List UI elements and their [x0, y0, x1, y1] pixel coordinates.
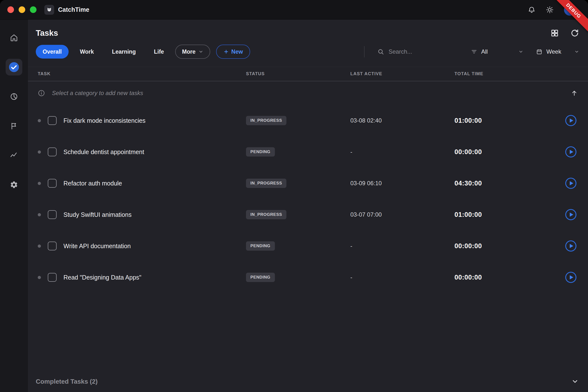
status-badge: IN_PROGRESS	[246, 116, 286, 125]
app-title: CatchTime	[58, 6, 89, 13]
drag-dot-icon	[38, 119, 41, 122]
sidebar-item-settings[interactable]	[6, 176, 22, 193]
last-active-value: -	[350, 148, 454, 155]
category-tab[interactable]: Learning	[105, 45, 142, 58]
table-row: Fix dark mode inconsistencies IN_PROGRES…	[28, 105, 588, 136]
tab-label: Learning	[112, 48, 136, 55]
total-time-value: 00:00:00	[454, 242, 562, 250]
expand-completed-button[interactable]	[571, 378, 579, 385]
grid-icon	[550, 29, 559, 38]
drag-dot-icon	[38, 276, 41, 279]
status-filter-dropdown[interactable]: All	[471, 48, 523, 55]
period-value: Week	[546, 48, 561, 55]
last-active-value: 03-07 07:00	[350, 211, 454, 218]
column-status: STATUS	[246, 71, 350, 76]
task-checkbox[interactable]	[48, 179, 56, 188]
play-icon	[565, 178, 577, 189]
chevron-down-icon	[571, 378, 579, 385]
flag-icon	[10, 122, 18, 130]
theme-toggle-button[interactable]	[546, 6, 554, 14]
task-title: Study SwiftUI animations	[64, 211, 132, 218]
sun-icon	[546, 6, 554, 14]
hint-row: Select a category to add new tasks	[28, 81, 588, 105]
app-window: CatchTime DEBUG	[0, 0, 588, 392]
pie-chart-icon	[10, 92, 18, 101]
table-row: Study SwiftUI animations IN_PROGRESS 03-…	[28, 199, 588, 230]
task-title: Read "Designing Data Apps"	[64, 274, 141, 281]
category-tab[interactable]: Life	[147, 45, 171, 58]
task-list: Fix dark mode inconsistencies IN_PROGRES…	[28, 105, 588, 293]
status-badge: IN_PROGRESS	[246, 178, 286, 188]
task-checkbox[interactable]	[48, 242, 56, 250]
total-time-value: 01:00:00	[454, 117, 562, 124]
column-total-time: TOTAL TIME	[454, 71, 562, 76]
column-task: TASK	[36, 71, 246, 76]
play-button[interactable]	[565, 240, 577, 252]
task-title: Fix dark mode inconsistencies	[64, 117, 146, 124]
new-task-button[interactable]: New	[216, 44, 250, 59]
arrow-up-icon	[571, 90, 578, 96]
sidebar-item-reports[interactable]	[6, 88, 22, 105]
sidebar-item-activity[interactable]	[6, 147, 22, 164]
sidebar-item-goals[interactable]	[6, 118, 22, 134]
task-checkbox[interactable]	[48, 210, 56, 219]
play-button[interactable]	[565, 272, 577, 283]
sidebar-item-tasks[interactable]	[6, 59, 22, 76]
table-header: TASK STATUS LAST ACTIVE TOTAL TIME	[28, 67, 588, 81]
refresh-button[interactable]	[570, 29, 579, 38]
drag-dot-icon	[38, 244, 41, 248]
play-button[interactable]	[565, 115, 577, 126]
category-tab[interactable]: Work	[73, 45, 101, 58]
drag-dot-icon	[38, 150, 41, 154]
activity-icon	[10, 151, 18, 160]
titlebar: CatchTime DEBUG	[0, 0, 588, 20]
total-time-value: 01:00:00	[454, 211, 562, 218]
tab-label: Work	[80, 48, 94, 55]
task-checkbox[interactable]	[48, 148, 56, 156]
notifications-bell-button[interactable]	[528, 6, 536, 14]
filter-value: All	[481, 48, 488, 55]
calendar-icon	[536, 48, 542, 55]
sidebar	[0, 20, 28, 392]
more-label: More	[182, 48, 196, 55]
tasks-check-icon	[8, 62, 19, 72]
task-checkbox[interactable]	[48, 273, 56, 282]
new-label: New	[231, 48, 243, 55]
minimize-window-button[interactable]	[18, 6, 25, 13]
play-button[interactable]	[565, 146, 577, 158]
zoom-window-button[interactable]	[30, 6, 36, 13]
status-badge: PENDING	[246, 241, 275, 251]
total-time-value: 00:00:00	[454, 148, 562, 156]
period-dropdown[interactable]: Week	[536, 48, 579, 55]
play-icon	[565, 272, 577, 283]
play-icon	[565, 240, 577, 252]
total-time-value: 04:30:00	[454, 180, 562, 187]
task-title: Write API documentation	[64, 242, 131, 250]
drag-dot-icon	[38, 213, 41, 216]
scroll-top-button[interactable]	[571, 90, 578, 96]
category-tab[interactable]: Overall	[36, 45, 68, 58]
table-row: Write API documentation PENDING - 00:00:…	[28, 230, 588, 262]
app-logo-icon	[44, 5, 54, 15]
info-icon	[38, 90, 45, 97]
sidebar-item-home[interactable]	[6, 30, 22, 46]
play-icon	[565, 115, 577, 126]
play-button[interactable]	[565, 209, 577, 220]
close-window-button[interactable]	[7, 6, 14, 13]
plus-icon	[224, 49, 229, 54]
main-content: Tasks Overall Work	[28, 20, 588, 392]
search-input[interactable]	[388, 48, 450, 55]
settings-gear-icon	[10, 180, 18, 189]
completed-section-header[interactable]: Completed Tasks (2)	[28, 371, 588, 392]
play-button[interactable]	[565, 178, 577, 189]
grid-view-button[interactable]	[550, 29, 559, 38]
refresh-icon	[570, 29, 579, 38]
task-checkbox[interactable]	[48, 116, 56, 125]
toolbar: Overall Work Learning Life More New	[28, 44, 588, 59]
completed-tasks-label: Completed Tasks (2)	[36, 378, 98, 386]
last-active-value: 03-08 02:40	[350, 117, 454, 124]
table-row: Schedule dentist appointment PENDING - 0…	[28, 136, 588, 168]
table-row: Refactor auth module IN_PROGRESS 03-09 0…	[28, 168, 588, 199]
more-categories-button[interactable]: More	[175, 44, 210, 59]
search-box	[377, 48, 458, 55]
